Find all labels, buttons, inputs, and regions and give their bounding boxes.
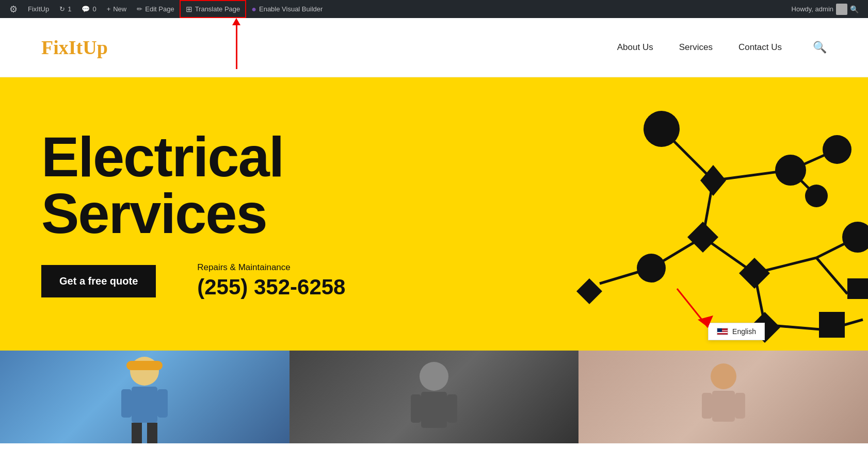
site-logo[interactable]: FixItUp bbox=[41, 36, 108, 59]
svg-point-36 bbox=[420, 362, 448, 391]
svg-point-19 bbox=[842, 222, 868, 253]
site-nav: About Us Services Contact Us 🔍 bbox=[617, 41, 827, 54]
hero-section: Electrical Services Get a free quote Rep… bbox=[0, 77, 868, 351]
phone-number: (255) 352-6258 bbox=[197, 275, 345, 300]
repairs-label: Repairs & Maintainance bbox=[197, 262, 345, 273]
enable-visual-builder-label: Enable Visual Builder bbox=[259, 5, 323, 13]
visual-builder-item[interactable]: ● Enable Visual Builder bbox=[246, 0, 328, 18]
svg-point-14 bbox=[644, 111, 680, 147]
hero-actions: Get a free quote Repairs & Maintainance … bbox=[41, 262, 345, 300]
svg-rect-42 bbox=[702, 393, 712, 419]
svg-rect-43 bbox=[735, 393, 745, 419]
svg-marker-24 bbox=[576, 278, 602, 304]
wordpress-logo-item[interactable]: ⚙ bbox=[4, 0, 23, 18]
worker-silhouette-2 bbox=[382, 351, 486, 443]
admin-right-section: Howdy, admin 🔍 bbox=[786, 4, 864, 15]
new-label: New bbox=[113, 5, 126, 13]
comments-icon: 💬 bbox=[82, 5, 90, 13]
logo-text: FixItUp bbox=[41, 36, 108, 59]
svg-rect-26 bbox=[847, 278, 868, 299]
updates-item[interactable]: ↻ 1 bbox=[54, 0, 76, 18]
svg-point-15 bbox=[775, 155, 806, 186]
site-header: FixItUp About Us Services Contact Us 🔍 bbox=[0, 18, 868, 77]
get-quote-button[interactable]: Get a free quote bbox=[41, 265, 156, 297]
svg-rect-37 bbox=[421, 392, 447, 428]
pencil-icon: ✏ bbox=[137, 5, 142, 13]
translate-page-label: Translate Page bbox=[195, 5, 240, 13]
svg-rect-39 bbox=[447, 394, 457, 423]
nav-services[interactable]: Services bbox=[679, 42, 713, 53]
divi-icon: ● bbox=[251, 5, 256, 14]
worker-silhouette-3 bbox=[672, 351, 775, 443]
admin-avatar bbox=[836, 4, 847, 15]
translate-page-item[interactable]: ⊞ Translate Page bbox=[180, 0, 247, 18]
howdy-text: Howdy, admin bbox=[792, 5, 833, 13]
contact-info: Repairs & Maintainance (255) 352-6258 bbox=[197, 262, 345, 300]
svg-rect-31 bbox=[132, 387, 157, 423]
edit-page-item[interactable]: ✏ Edit Page bbox=[132, 0, 179, 18]
worker-silhouette-1 bbox=[93, 351, 196, 443]
header-search-button[interactable]: 🔍 bbox=[813, 41, 827, 54]
svg-rect-41 bbox=[712, 391, 735, 422]
image-section bbox=[0, 351, 868, 443]
worker-image-1 bbox=[0, 351, 290, 443]
svg-marker-22 bbox=[739, 258, 770, 289]
translate-icon: ⊞ bbox=[186, 5, 192, 14]
annotation-diagonal-arrow bbox=[667, 278, 729, 340]
site-name-label: FixItUp bbox=[28, 5, 49, 13]
svg-point-17 bbox=[637, 254, 666, 283]
site-name-item[interactable]: FixItUp bbox=[23, 0, 54, 18]
nav-contact-us[interactable]: Contact Us bbox=[738, 42, 782, 53]
svg-point-18 bbox=[805, 185, 828, 207]
hero-content: Electrical Services Get a free quote Rep… bbox=[41, 128, 345, 300]
wordpress-icon: ⚙ bbox=[9, 4, 18, 15]
edit-page-label: Edit Page bbox=[145, 5, 174, 13]
svg-rect-33 bbox=[157, 389, 168, 418]
worker-image-2 bbox=[290, 351, 579, 443]
svg-line-12 bbox=[816, 258, 847, 294]
hero-title: Electrical Services bbox=[41, 128, 345, 242]
updates-icon: ↻ bbox=[59, 5, 65, 13]
annotation-arrow-up bbox=[232, 18, 240, 69]
svg-rect-38 bbox=[411, 394, 421, 423]
admin-search-icon[interactable]: 🔍 bbox=[850, 5, 859, 13]
admin-bar: ⚙ FixItUp ↻ 1 💬 0 + New ✏ Edit Page ⊞ Tr… bbox=[0, 0, 868, 18]
svg-marker-21 bbox=[687, 222, 718, 253]
svg-rect-30 bbox=[126, 361, 163, 370]
svg-point-16 bbox=[823, 135, 851, 164]
svg-rect-25 bbox=[819, 312, 845, 338]
svg-rect-34 bbox=[132, 423, 142, 443]
svg-rect-32 bbox=[121, 389, 132, 418]
comments-item[interactable]: 💬 0 bbox=[76, 0, 101, 18]
svg-point-40 bbox=[711, 363, 736, 389]
nav-about-us[interactable]: About Us bbox=[617, 42, 653, 53]
plus-icon: + bbox=[107, 5, 111, 13]
updates-count: 1 bbox=[68, 5, 71, 13]
worker-image-3 bbox=[578, 351, 868, 443]
svg-rect-35 bbox=[147, 423, 157, 443]
comments-count: 0 bbox=[92, 5, 96, 13]
language-label: English bbox=[732, 327, 756, 336]
new-item[interactable]: + New bbox=[102, 0, 132, 18]
